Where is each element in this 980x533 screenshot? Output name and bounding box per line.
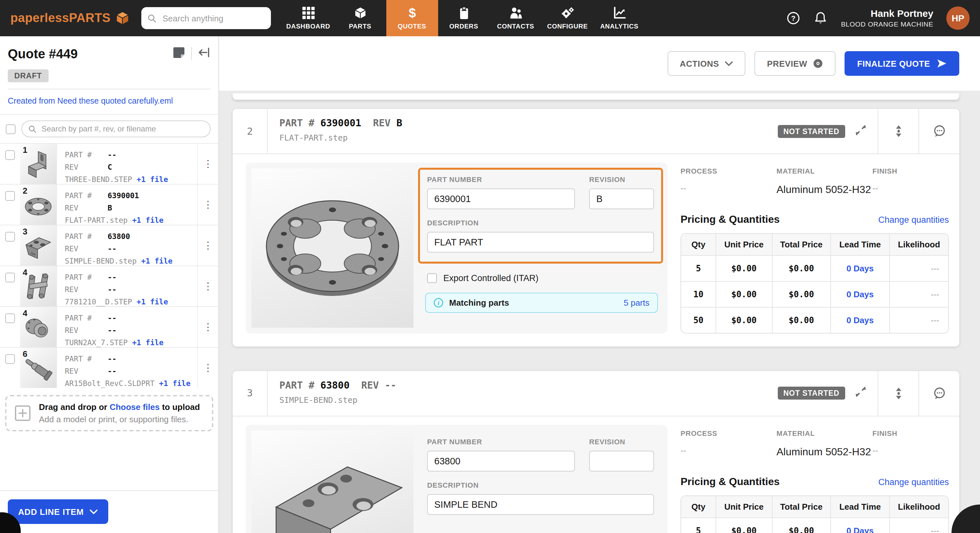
add-line-item-button[interactable]: ADD LINE ITEM (8, 499, 108, 524)
rev-label: REV (65, 284, 108, 296)
nav-item-contacts[interactable]: CONTACTS (490, 0, 541, 36)
kebab-menu-icon[interactable]: ⋮ (197, 144, 218, 184)
part-checkbox[interactable] (5, 150, 15, 160)
item-extra-files-link[interactable]: +1 file (137, 175, 168, 184)
part-render-simple-bend[interactable] (251, 431, 414, 533)
item-extra-files-link[interactable]: +1 file (159, 379, 191, 388)
line-item-title: PART # 6390001REV B FLAT-PART.step (268, 109, 778, 154)
part-list-item[interactable]: 6 PART #-- REV-- AR15Bolt_RevC.SLDPRT +1… (0, 347, 218, 388)
revision-field[interactable] (589, 451, 654, 471)
quote-notes-icon[interactable] (172, 46, 185, 62)
pricing-column-header: Qty (681, 496, 716, 517)
finish-label: FINISH (872, 167, 897, 175)
choose-files-link[interactable]: Choose files (110, 402, 160, 412)
part-number-field[interactable] (427, 189, 575, 209)
item-file-name: 7781210__D.STEP (65, 297, 132, 306)
part-list-item[interactable]: 2 PART #6390001 REVB FLAT-PART.step +1 f… (0, 184, 218, 225)
collapse-sidebar-icon[interactable] (198, 46, 211, 62)
reorder-handle-icon[interactable] (878, 371, 918, 416)
part-number-label: PART NUMBER (427, 176, 575, 183)
part-checkbox[interactable] (5, 314, 15, 323)
pricing-row: 5$0.00$0.000 Days--- (681, 517, 948, 533)
global-search-input[interactable] (161, 13, 264, 24)
nav-item-orders[interactable]: ORDERS (438, 0, 490, 36)
preview-button[interactable]: PREVIEW (755, 51, 836, 76)
paperless-parts-logo[interactable]: paperlessPARTS (0, 11, 138, 25)
itar-label: Export Controlled (ITAR) (443, 273, 539, 283)
pricing-quantities-title: Pricing & Quantities (681, 476, 780, 487)
cube-icon (353, 6, 366, 19)
nav-item-configure[interactable]: CONFIGURE (541, 0, 593, 36)
item-extra-files-link[interactable]: +1 file (141, 257, 172, 265)
app-root: paperlessPARTS DASHBOARD PARTS Q (0, 0, 980, 533)
part-checkbox[interactable] (5, 273, 15, 282)
part-number-field[interactable] (427, 451, 575, 471)
process-value: -- (681, 444, 776, 457)
item-extra-files-link[interactable]: +1 file (137, 297, 168, 306)
line-item-header: 3 PART # 63800REV -- SIMPLE-BEND.step NO… (233, 371, 959, 416)
nav-item-parts[interactable]: PARTS (334, 0, 386, 36)
created-from-link[interactable]: Created from Need these quoted carefully… (8, 89, 211, 114)
user-block: Hank Portney BLOOD ORANGE MACHINE (841, 8, 933, 29)
comments-icon[interactable] (919, 109, 959, 154)
part-thumbnail-icon (21, 311, 56, 346)
finalize-quote-button[interactable]: FINALIZE QUOTE (845, 51, 959, 76)
item-extra-files-link[interactable]: +1 file (132, 338, 164, 347)
expand-card-icon[interactable] (855, 124, 867, 138)
nav-item-quotes[interactable]: QUOTES (386, 0, 438, 36)
kebab-menu-icon[interactable]: ⋮ (197, 225, 218, 265)
sidebar-search[interactable] (21, 121, 211, 137)
revision-field[interactable] (589, 189, 654, 209)
change-quantities-link[interactable]: Change quantities (878, 215, 949, 225)
part-list-item[interactable]: 3 PART #63800 REV-- SIMPLE-BEND.step +1 … (0, 225, 218, 265)
field-group: PART NUMBER REVISION DESCRIPTION (418, 430, 663, 526)
matching-parts-link[interactable]: 5 parts (624, 298, 650, 308)
part-checkbox[interactable] (5, 191, 15, 201)
part-checkbox[interactable] (5, 354, 15, 364)
description-field[interactable] (427, 494, 654, 515)
item-rev-value: -- (108, 244, 117, 253)
actions-button[interactable]: ACTIONS (668, 51, 746, 76)
select-all-checkbox[interactable] (6, 124, 16, 134)
nav-item-dashboard[interactable]: DASHBOARD (282, 0, 334, 36)
global-search[interactable] (141, 7, 270, 29)
navbar-right: Hank Portney BLOOD ORANGE MACHINE HP (786, 6, 980, 30)
part-list-item[interactable]: 1 PART #-- REVC THREE-BEND.STEP +1 file … (0, 143, 218, 184)
reorder-handle-icon[interactable] (878, 109, 918, 154)
notifications-bell-icon[interactable] (814, 11, 828, 25)
expand-card-icon[interactable] (855, 386, 867, 401)
pricing-row: 50$0.00$0.000 Days--- (681, 307, 948, 333)
kebab-menu-icon[interactable]: ⋮ (197, 266, 218, 306)
nav-item-analytics[interactable]: ANALYTICS (593, 0, 645, 36)
description-field[interactable] (427, 232, 654, 252)
sidebar-search-input[interactable] (40, 124, 204, 134)
lead-time-link[interactable]: 0 Days (830, 307, 889, 333)
kebab-menu-icon[interactable]: ⋮ (197, 185, 218, 225)
lead-time-link[interactable]: 0 Days (830, 517, 889, 533)
part-checkbox[interactable] (5, 232, 15, 241)
change-quantities-link[interactable]: Change quantities (878, 477, 949, 487)
pricing-column-header: Unit Price (716, 496, 772, 517)
item-file-name: THREE-BEND.STEP (65, 175, 132, 184)
lead-time-link[interactable]: 0 Days (830, 281, 889, 307)
line-item-filename: SIMPLE-BEND.step (279, 395, 778, 405)
part-list-item[interactable]: 4 PART #-- REV-- 7781210__D.STEP +1 file… (0, 265, 218, 306)
lead-time-link[interactable]: 0 Days (830, 255, 889, 281)
part-render-flat-part[interactable] (251, 168, 414, 328)
line-item-title: PART # 63800REV -- SIMPLE-BEND.step (268, 371, 778, 416)
itar-checkbox[interactable] (427, 273, 437, 283)
avatar[interactable]: HP (946, 6, 970, 30)
sidebar-footer: ADD LINE ITEM (0, 490, 218, 533)
file-dropzone[interactable]: Drag and drop or Choose files to upload … (5, 395, 213, 431)
help-icon[interactable] (786, 11, 801, 25)
item-extra-files-link[interactable]: +1 file (132, 216, 164, 225)
kebab-menu-icon[interactable]: ⋮ (197, 307, 218, 347)
item-part-value: -- (108, 354, 117, 363)
nav-item-label: CONFIGURE (547, 23, 587, 30)
kebab-menu-icon[interactable]: ⋮ (197, 348, 218, 388)
description-label: DESCRIPTION (427, 481, 654, 489)
comments-icon[interactable] (919, 371, 959, 416)
nav-item-label: QUOTES (398, 23, 426, 30)
part-list-item[interactable]: 4 PART #-- REV-- TURN2AX_7.STEP +1 file … (0, 306, 218, 347)
status-badge: NOT STARTED (778, 387, 845, 400)
